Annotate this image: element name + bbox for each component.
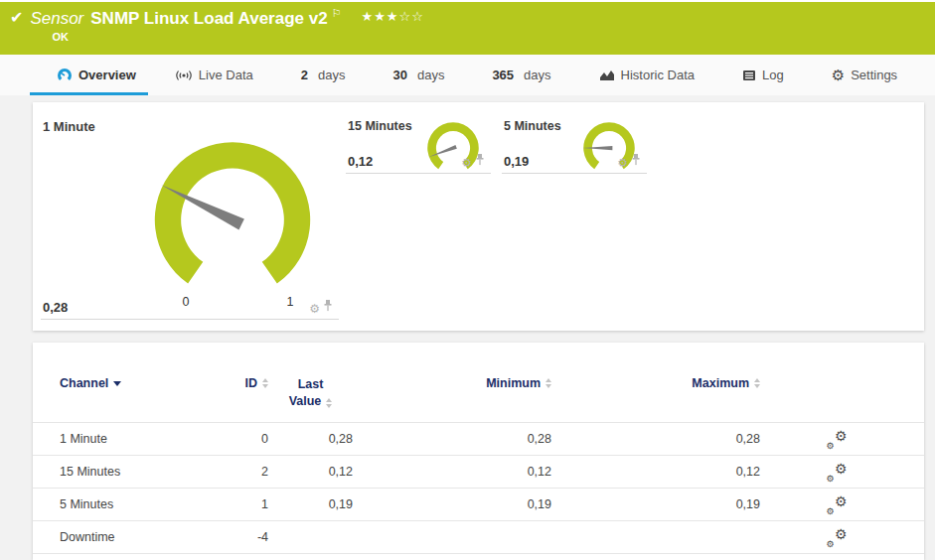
table-row-5-minutes: 5 Minutes 1 0,19 0,19 0,19 ⚙⚙ <box>33 489 924 521</box>
channel-last-value: 0,12 <box>268 465 353 479</box>
channel-id: -4 <box>209 530 268 544</box>
gauges-panel: 1 Minute 0 1 0,28 ⚙ 15 Minutes 0,12 ⚙ 5 … <box>33 102 924 331</box>
sensor-header: ✔ Sensor SNMP Linux Load Average v2 ⚐ ★★… <box>0 2 935 55</box>
historic-chart-icon <box>599 70 615 81</box>
tab-settings[interactable]: ⚙ Settings <box>832 55 897 95</box>
sensor-title: SNMP Linux Load Average v2 <box>90 8 327 30</box>
gauge-value: 0,19 <box>504 154 529 169</box>
sensor-status-badge: OK <box>52 31 423 43</box>
channel-settings-gears-icon[interactable]: ⚙⚙ <box>828 495 848 513</box>
tab-30-days[interactable]: 30days <box>392 55 444 95</box>
channel-settings-gears-icon[interactable]: ⚙⚙ <box>828 528 848 546</box>
channel-maximum: 0,12 <box>551 465 760 479</box>
priority-stars[interactable]: ★★★☆☆ <box>362 8 424 26</box>
channel-name: Downtime <box>60 530 209 544</box>
channel-minimum: 0,12 <box>353 465 551 479</box>
column-header-last-value[interactable]: Last Value <box>268 376 353 410</box>
settings-gear-icon: ⚙ <box>832 69 845 82</box>
gauge-15-minutes: 15 Minutes 0,12 ⚙ <box>346 114 491 174</box>
table-row-downtime: Downtime -4 ⚙⚙ <box>33 521 924 554</box>
sort-caret-icon <box>113 381 121 386</box>
tab-bar: Overview Live Data 2days 30days 365days … <box>0 55 935 95</box>
channel-last-value: 0,28 <box>268 432 353 446</box>
channel-maximum: 0,28 <box>551 432 760 446</box>
channel-settings-gears-icon[interactable]: ⚙⚙ <box>828 430 848 448</box>
sort-arrows-icon <box>754 378 760 388</box>
gauge-pin-icon[interactable] <box>323 298 333 316</box>
sort-arrows-icon <box>326 398 332 408</box>
channel-settings-gears-icon[interactable]: ⚙⚙ <box>828 463 848 481</box>
channel-last-value: 0,19 <box>268 497 353 511</box>
table-row-15-minutes: 15 Minutes 2 0,12 0,12 0,12 ⚙⚙ <box>33 456 924 489</box>
flag-icon[interactable]: ⚐ <box>332 8 342 19</box>
gauge-max-tick: 1 <box>280 295 300 309</box>
channels-panel: Channel ID Last Value Minimum Maximum 1 … <box>33 343 924 560</box>
gauge-value: 0,28 <box>43 300 68 315</box>
channel-maximum: 0,19 <box>551 497 760 511</box>
gauge-1-minute: 1 Minute 0 1 0,28 ⚙ <box>41 114 339 320</box>
channel-id: 1 <box>209 497 268 511</box>
log-icon <box>742 70 756 81</box>
tab-live-data[interactable]: Live Data <box>175 55 253 95</box>
gauge-settings-gear-icon[interactable]: ⚙ <box>461 156 472 170</box>
gauge-title: 15 Minutes <box>348 119 412 133</box>
sensor-title-block: Sensor SNMP Linux Load Average v2 ⚐ ★★★☆… <box>30 8 423 43</box>
tab-2-days[interactable]: 2days <box>301 55 346 95</box>
channel-name: 5 Minutes <box>60 497 209 511</box>
channel-table-header: Channel ID Last Value Minimum Maximum <box>33 343 924 423</box>
gauge-pin-icon[interactable] <box>631 152 641 170</box>
live-data-icon <box>175 69 193 82</box>
channel-minimum: 0,28 <box>353 432 551 446</box>
column-header-minimum[interactable]: Minimum <box>353 376 551 390</box>
tab-365-days[interactable]: 365days <box>492 55 550 95</box>
gauge-value: 0,12 <box>348 154 373 169</box>
gauge-title: 1 Minute <box>43 119 95 134</box>
channel-name: 1 Minute <box>60 432 209 446</box>
object-kind-label: Sensor <box>30 8 83 30</box>
gauge-icon <box>57 68 73 83</box>
gauge-min-tick: 0 <box>176 295 196 309</box>
status-ok-check-icon: ✔ <box>10 8 23 28</box>
table-row-1-minute: 1 Minute 0 0,28 0,28 0,28 ⚙⚙ <box>33 423 924 456</box>
tab-log[interactable]: Log <box>742 55 784 95</box>
channel-id: 2 <box>209 465 268 479</box>
gauge-pin-icon[interactable] <box>475 152 485 170</box>
gauge-title: 5 Minutes <box>504 119 561 133</box>
gauge-settings-gear-icon[interactable]: ⚙ <box>617 156 628 170</box>
gauge-chart-1-minute <box>148 132 317 301</box>
channel-minimum: 0,19 <box>353 497 551 511</box>
column-header-channel[interactable]: Channel <box>60 376 209 390</box>
column-header-maximum[interactable]: Maximum <box>551 376 760 390</box>
tab-historic-data[interactable]: Historic Data <box>599 55 695 95</box>
channel-id: 0 <box>209 432 268 446</box>
column-header-id[interactable]: ID <box>209 376 268 390</box>
gauge-settings-gear-icon[interactable]: ⚙ <box>309 302 320 316</box>
gauge-5-minutes: 5 Minutes 0,19 ⚙ <box>502 114 647 174</box>
channel-name: 15 Minutes <box>60 465 209 479</box>
tab-overview[interactable]: Overview <box>30 55 148 95</box>
